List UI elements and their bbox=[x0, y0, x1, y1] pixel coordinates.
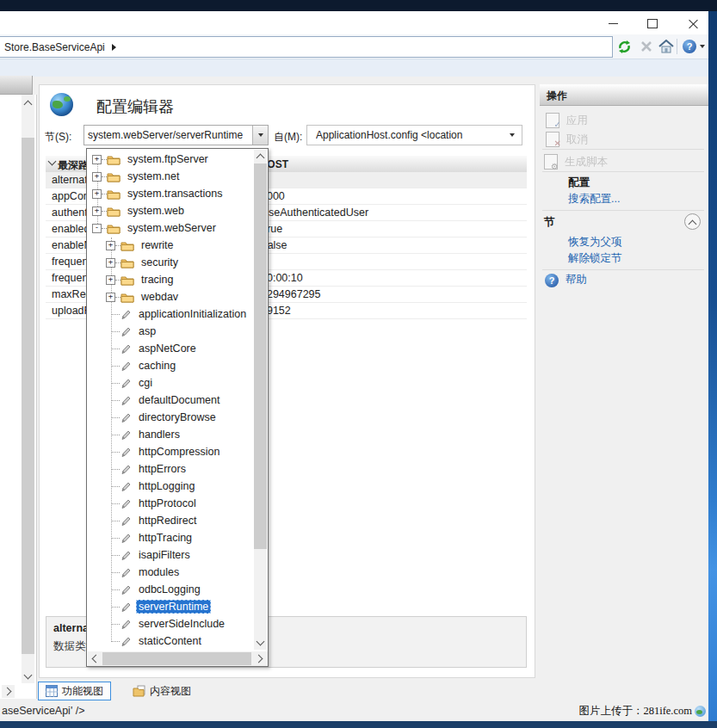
tree-item-label: system.ftpServer bbox=[125, 152, 211, 166]
tree-item-httpTracing[interactable]: httpTracing bbox=[87, 529, 195, 546]
expand-expander-icon[interactable]: + bbox=[106, 275, 115, 285]
revert-to-parent-link[interactable]: 恢复为父项 bbox=[568, 235, 622, 250]
expand-expander-icon[interactable]: + bbox=[92, 172, 102, 182]
collapse-expander-icon[interactable]: - bbox=[92, 224, 102, 233]
from-label: 自(M): bbox=[274, 130, 302, 145]
folder-icon bbox=[121, 275, 134, 286]
tree-item-webdav[interactable]: +webdav bbox=[87, 288, 181, 305]
page-title: 配置编辑器 bbox=[96, 96, 174, 117]
section-collapse-button[interactable] bbox=[684, 213, 701, 230]
tree-item-asp[interactable]: asp bbox=[87, 323, 158, 340]
tree-item-defaultDocument[interactable]: defaultDocument bbox=[87, 392, 223, 409]
tree-item-system.net[interactable]: +system.net bbox=[87, 168, 182, 185]
tree-scroll-left-button[interactable] bbox=[88, 652, 101, 665]
help-link[interactable]: ? 帮助 bbox=[545, 273, 587, 287]
tree-item-isapiFilters[interactable]: isapiFilters bbox=[87, 546, 193, 564]
from-combobox[interactable]: ApplicationHost.config <location bbox=[306, 125, 522, 145]
tree-item-staticContent[interactable]: staticContent bbox=[87, 632, 204, 650]
tree-scrollbar-thumb[interactable] bbox=[254, 163, 267, 549]
expand-expander-icon[interactable]: + bbox=[106, 258, 115, 268]
expand-expander-icon[interactable]: + bbox=[92, 189, 102, 199]
expand-expander-icon[interactable]: + bbox=[106, 241, 115, 250]
tree-hscrollbar-thumb[interactable] bbox=[102, 652, 251, 665]
tree-item-aspNetCore[interactable]: aspNetCore bbox=[87, 340, 199, 357]
tree-item-label: rewrite bbox=[139, 238, 176, 252]
actions-separator bbox=[542, 269, 704, 270]
tab-features-view[interactable]: 功能视图 bbox=[38, 682, 111, 700]
tree-item-system.transactions[interactable]: +system.transactions bbox=[87, 185, 225, 202]
tree-item-tracing[interactable]: +tracing bbox=[87, 271, 176, 288]
tree-item-applicationInitialization[interactable]: applicationInitialization bbox=[87, 305, 249, 323]
expand-expander-icon[interactable]: + bbox=[106, 293, 115, 302]
tree-item-httpLogging[interactable]: httpLogging bbox=[87, 478, 197, 495]
unlock-section-link[interactable]: 解除锁定节 bbox=[568, 251, 622, 266]
tree-item-httpRedirect[interactable]: httpRedirect bbox=[87, 512, 199, 529]
tree-scroll-up-button[interactable] bbox=[254, 150, 267, 163]
close-button[interactable] bbox=[680, 14, 706, 33]
tree-item-directoryBrowse[interactable]: directoryBrowse bbox=[87, 409, 219, 426]
tree-item-label: applicationInitialization bbox=[136, 307, 249, 321]
section-combobox[interactable]: system.webServer/serverRuntime bbox=[83, 125, 269, 145]
tree-scroll-down-button[interactable] bbox=[254, 636, 267, 649]
left-scroll-up-button[interactable] bbox=[22, 96, 34, 109]
search-config-link[interactable]: 搜索配置... bbox=[568, 192, 620, 207]
expand-expander-icon[interactable]: + bbox=[92, 207, 102, 216]
tree-item-rewrite[interactable]: +rewrite bbox=[87, 237, 176, 254]
chevron-left-icon bbox=[91, 655, 100, 663]
minimize-button[interactable] bbox=[600, 14, 626, 33]
tab-content-view[interactable]: 内容视图 bbox=[126, 682, 198, 700]
tree-item-system.web[interactable]: +system.web bbox=[87, 202, 187, 219]
caret-down-icon bbox=[700, 45, 705, 48]
browse-home-button[interactable] bbox=[657, 38, 676, 55]
actions-pane-header: 操作 bbox=[540, 84, 708, 106]
features-view-icon bbox=[46, 685, 58, 697]
toolbar-separator bbox=[677, 39, 677, 54]
breadcrumb-arrow-icon bbox=[112, 44, 116, 51]
tree-item-serverSideInclude[interactable]: serverSideInclude bbox=[87, 615, 227, 632]
close-icon bbox=[689, 19, 698, 28]
bottom-navy-bar bbox=[0, 721, 717, 728]
tree-item-label: httpProtocol bbox=[136, 497, 199, 510]
tree-item-system.webServer[interactable]: -system.webServer bbox=[87, 219, 219, 237]
section-combobox-dropdown-button[interactable] bbox=[252, 126, 268, 145]
tree-item-modules[interactable]: modules bbox=[87, 564, 182, 581]
property-value-cell: UseAuthenticatedUser bbox=[261, 207, 368, 219]
chevron-up-icon bbox=[689, 219, 697, 228]
tree-item-httpErrors[interactable]: httpErrors bbox=[87, 460, 189, 478]
tree-item-odbcLogging[interactable]: odbcLogging bbox=[87, 581, 203, 598]
tree-scroll-right-button[interactable] bbox=[253, 652, 266, 665]
help-icon: ? bbox=[545, 274, 559, 287]
generate-script-icon: ⚙ bbox=[544, 154, 558, 170]
tree-item-security[interactable]: +security bbox=[87, 254, 181, 271]
tree-item-httpProtocol[interactable]: httpProtocol bbox=[87, 495, 199, 512]
stop-button[interactable] bbox=[637, 38, 656, 55]
generate-script-button[interactable]: ⚙ 生成脚本 bbox=[544, 154, 608, 170]
breadcrumb-band bbox=[0, 59, 708, 77]
address-bar: Store.BaseServiceApi ? bbox=[0, 34, 708, 59]
left-scrollbar-thumb[interactable] bbox=[22, 138, 34, 654]
help-button[interactable]: ? bbox=[680, 38, 699, 55]
tree-item-httpCompression[interactable]: httpCompression bbox=[87, 443, 223, 460]
tree-item-serverRuntime[interactable]: serverRuntime bbox=[87, 598, 211, 615]
section-label: 节(S): bbox=[45, 130, 71, 145]
left-scroll-down-button[interactable] bbox=[22, 669, 34, 682]
maximize-button[interactable] bbox=[640, 14, 665, 33]
left-scroll-right-button[interactable] bbox=[2, 685, 15, 698]
tree-item-caching[interactable]: caching bbox=[87, 357, 178, 374]
folder-icon bbox=[107, 206, 121, 217]
cancel-button[interactable]: ✕ 取消 bbox=[546, 132, 588, 147]
revert-to-parent-label: 恢复为父项 bbox=[568, 235, 622, 250]
help-menu-button[interactable] bbox=[698, 38, 707, 55]
tree-connector-line bbox=[111, 589, 120, 590]
tree-item-system.ftpServer[interactable]: +system.ftpServer bbox=[87, 151, 211, 168]
restart-button[interactable] bbox=[615, 38, 634, 55]
chevron-right-icon bbox=[254, 655, 263, 663]
address-input[interactable]: Store.BaseServiceApi bbox=[0, 36, 613, 58]
apply-button[interactable]: ✓ 应用 bbox=[546, 113, 588, 128]
section-group-header: 节 bbox=[544, 215, 555, 230]
cancel-label: 取消 bbox=[566, 133, 588, 147]
statusbar-config-snippet: aseServiceApi' /> bbox=[2, 705, 85, 717]
expand-expander-icon[interactable]: + bbox=[92, 155, 102, 164]
tree-item-handlers[interactable]: handlers bbox=[87, 426, 182, 443]
tree-item-cgi[interactable]: cgi bbox=[87, 374, 155, 392]
